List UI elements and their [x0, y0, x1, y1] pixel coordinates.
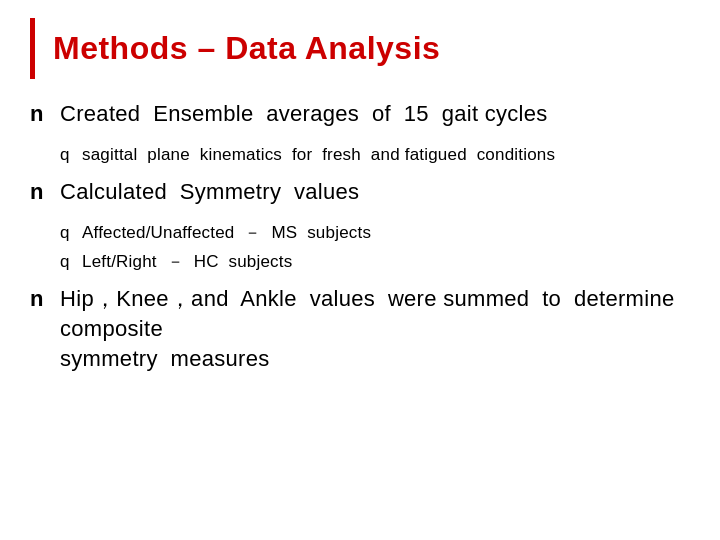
content-area: n Created Ensemble averages of 15 gait c…: [0, 89, 720, 397]
sub-bullets-1: q sagittal plane kinematics for fresh an…: [60, 143, 690, 168]
bullet-text-2: Calculated Symmetry values: [60, 177, 359, 207]
bullet-text-1: Created Ensemble averages of 15 gait cyc…: [60, 99, 548, 129]
sub-bullets-2: q Affected/Unaffected － MS subjects q Le…: [60, 221, 690, 274]
title-bar: Methods – Data Analysis: [30, 18, 690, 79]
sub-marker-2-2: q: [60, 250, 82, 272]
bullet-item-1: n Created Ensemble averages of 15 gait c…: [30, 99, 690, 129]
sub-text-2-1: Affected/Unaffected － MS subjects: [82, 221, 371, 246]
sub-text-2-2: Left/Right － HC subjects: [82, 250, 292, 275]
bullet-text-3: Hip，Knee，and Ankle values were summed to…: [60, 284, 690, 373]
bullet-item-3: n Hip，Knee，and Ankle values were summed …: [30, 284, 690, 373]
sub-text-1-1: sagittal plane kinematics for fresh and …: [82, 143, 555, 168]
bullet-marker-2: n: [30, 177, 60, 205]
sub-item-1-1: q sagittal plane kinematics for fresh an…: [60, 143, 690, 168]
sub-item-2-1: q Affected/Unaffected － MS subjects: [60, 221, 690, 246]
slide-title: Methods – Data Analysis: [53, 30, 440, 66]
sub-marker-1-1: q: [60, 143, 82, 165]
bullet-item-2: n Calculated Symmetry values: [30, 177, 690, 207]
bullet-marker-3: n: [30, 284, 60, 312]
sub-item-2-2: q Left/Right － HC subjects: [60, 250, 690, 275]
slide: Methods – Data Analysis n Created Ensemb…: [0, 18, 720, 540]
sub-marker-2-1: q: [60, 221, 82, 243]
bullet-marker-1: n: [30, 99, 60, 127]
